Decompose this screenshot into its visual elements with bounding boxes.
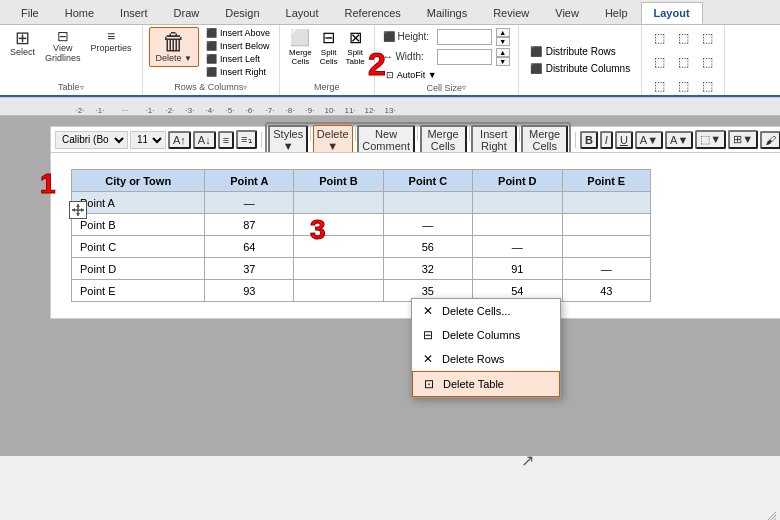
group-distribute: ⬛ Distribute Rows ⬛ Distribute Columns bbox=[519, 25, 642, 95]
tab-home[interactable]: Home bbox=[52, 2, 107, 24]
font-color-button[interactable]: A▼ bbox=[665, 131, 693, 149]
distribute-cols-button[interactable]: ⬛ Distribute Columns bbox=[527, 62, 633, 75]
distribute-cols-icon: ⬛ bbox=[530, 63, 542, 74]
ctx-delete-table[interactable]: ⊡ Delete Table bbox=[412, 371, 560, 397]
distribute-rows-label: Distribute Rows bbox=[546, 46, 616, 57]
properties-button[interactable]: ≡ Properties bbox=[87, 27, 136, 56]
group-alignment: ⬚ ⬚ ⬚ ⬚ ⬚ ⬚ ⬚ ⬚ ⬚ A TextDirection ⊡ bbox=[642, 25, 725, 95]
align-tr-button[interactable]: ⬚ bbox=[696, 27, 718, 49]
tab-layout-table[interactable]: Layout bbox=[641, 2, 703, 24]
svg-marker-5 bbox=[81, 208, 84, 212]
insert-right-icon: ⬛ bbox=[206, 67, 217, 77]
width-input[interactable] bbox=[437, 49, 492, 65]
paint-button[interactable]: 🖌 bbox=[760, 131, 780, 149]
tab-draw[interactable]: Draw bbox=[161, 2, 213, 24]
view-gridlines-button[interactable]: ⊟ ViewGridlines bbox=[41, 27, 85, 66]
table-group-expand[interactable]: ▿ bbox=[80, 83, 84, 92]
table-move-handle[interactable] bbox=[69, 201, 87, 219]
align-br-button[interactable]: ⬚ bbox=[696, 75, 718, 97]
delete-dropdown-button[interactable]: Delete ▼ bbox=[313, 125, 353, 155]
tab-references[interactable]: References bbox=[332, 2, 414, 24]
ctx-delete-cells-label: Delete Cells... bbox=[442, 305, 510, 317]
cell-row1-city[interactable]: Point A bbox=[72, 192, 205, 214]
rows-cols-label: Rows & Columns ▿ bbox=[174, 80, 247, 93]
highlight-button[interactable]: A▼ bbox=[635, 131, 663, 149]
new-comment-button[interactable]: New Comment bbox=[357, 125, 415, 155]
align-mr-button[interactable]: ⬚ bbox=[696, 51, 718, 73]
align-tc-button[interactable]: ⬚ bbox=[672, 27, 694, 49]
rows-cols-expand[interactable]: ▿ bbox=[243, 83, 247, 92]
underline-button[interactable]: U bbox=[615, 131, 633, 149]
separator4 bbox=[417, 125, 418, 141]
font-size-selector[interactable]: 11 bbox=[130, 131, 166, 149]
tab-view[interactable]: View bbox=[542, 2, 592, 24]
tab-file[interactable]: File bbox=[8, 2, 52, 24]
ctx-delete-columns-label: Delete Columns bbox=[442, 329, 520, 341]
insert-right-button[interactable]: ⬛ Insert Right bbox=[203, 66, 273, 78]
insert-above-button[interactable]: ⬛ Insert Above bbox=[203, 27, 273, 39]
shading-button[interactable]: ⬚▼ bbox=[695, 130, 726, 149]
separator6 bbox=[519, 125, 520, 141]
select-label: Select bbox=[10, 48, 35, 58]
col-header-a: Point A bbox=[205, 170, 294, 192]
merge-cells-button[interactable]: ⬜ MergeCells bbox=[286, 27, 315, 67]
align-bl-button[interactable]: ⬚ bbox=[648, 75, 670, 97]
ctx-delete-rows[interactable]: ✕ Delete Rows bbox=[412, 347, 560, 371]
height-input[interactable] bbox=[437, 29, 492, 45]
insert-right-btn2[interactable]: Insert Right bbox=[471, 125, 516, 155]
insert-left-button[interactable]: ⬛ Insert Left bbox=[203, 53, 273, 65]
cell-row1-b bbox=[294, 192, 383, 214]
split-table-label: SplitTable bbox=[346, 48, 365, 66]
cell-size-expand[interactable]: ▿ bbox=[462, 83, 466, 92]
insert-left-label: Insert Left bbox=[220, 54, 260, 64]
list-button[interactable]: ≡ bbox=[218, 131, 234, 149]
italic-button[interactable]: I bbox=[600, 131, 613, 149]
cell-size-label: Cell Size ▿ bbox=[383, 81, 510, 94]
ruler-mark: ·5· bbox=[220, 106, 240, 115]
grow-font-button[interactable]: A↑ bbox=[168, 131, 191, 149]
numbered-list-button[interactable]: ≡₁ bbox=[236, 130, 256, 149]
cell-row4-a: 37 bbox=[205, 258, 294, 280]
align-ml-button[interactable]: ⬚ bbox=[648, 51, 670, 73]
split-cells-icon: ⊟ bbox=[322, 28, 335, 47]
gridlines-icon: ⊟ bbox=[57, 29, 69, 43]
font-selector[interactable]: Calibri (Bo bbox=[55, 131, 128, 149]
group-cell-size: ⬛ Height: ▲▼ ↔ Width: ▲▼ ⊡ AutoFit ▼ Cel… bbox=[375, 25, 519, 95]
ruler-marks: ·2· ·1· ··· ·1· ·2· ·3· ·4· ·5· ·6· ·7· … bbox=[70, 98, 400, 115]
tab-design[interactable]: Design bbox=[212, 2, 272, 24]
height-spinner[interactable]: ▲▼ bbox=[496, 28, 510, 46]
select-button[interactable]: ⊞ Select bbox=[6, 27, 39, 60]
split-table-button[interactable]: ⊠ SplitTable bbox=[343, 27, 368, 67]
distribute-rows-button[interactable]: ⬛ Distribute Rows bbox=[527, 45, 633, 58]
insert-below-button[interactable]: ⬛ Insert Below bbox=[203, 40, 273, 52]
align-bc-button[interactable]: ⬚ bbox=[672, 75, 694, 97]
delete-button[interactable]: 🗑 Delete ▼ bbox=[149, 27, 199, 67]
cell-row2-c: — bbox=[383, 214, 472, 236]
width-label: ↔ Width: bbox=[383, 51, 433, 62]
bold-button[interactable]: B bbox=[580, 131, 598, 149]
shrink-font-button[interactable]: A↓ bbox=[193, 131, 216, 149]
content-area: 1 2 3 Calibri (Bo 11 A↑ A↓ ≡ ≡₁ Styles ▼… bbox=[0, 116, 780, 456]
cell-row1-e bbox=[562, 192, 650, 214]
align-tl-button[interactable]: ⬚ bbox=[648, 27, 670, 49]
borders-button[interactable]: ⊞▼ bbox=[728, 130, 758, 149]
resize-handle[interactable] bbox=[766, 506, 778, 518]
split-cells-button[interactable]: ⊟ SplitCells bbox=[317, 27, 341, 67]
ruler-mark: 12· bbox=[360, 106, 380, 115]
resize-icon bbox=[766, 510, 776, 520]
width-spinner[interactable]: ▲▼ bbox=[496, 48, 510, 66]
tab-layout[interactable]: Layout bbox=[273, 2, 332, 24]
ctx-delete-columns[interactable]: ⊟ Delete Columns bbox=[412, 323, 560, 347]
tab-help[interactable]: Help bbox=[592, 2, 641, 24]
autofit-button[interactable]: ⊡ AutoFit ▼ bbox=[383, 69, 510, 81]
styles-button[interactable]: Styles ▼ bbox=[268, 125, 308, 155]
tab-review[interactable]: Review bbox=[480, 2, 542, 24]
merge-label: Merge bbox=[314, 80, 340, 93]
ctx-delete-cells[interactable]: ✕ Delete Cells... bbox=[412, 299, 560, 323]
ruler-mark: 13· bbox=[380, 106, 400, 115]
tab-mailings[interactable]: Mailings bbox=[414, 2, 480, 24]
align-mc-button[interactable]: ⬚ bbox=[672, 51, 694, 73]
tab-insert[interactable]: Insert bbox=[107, 2, 161, 24]
merge-cells-btn2[interactable]: Merge Cells bbox=[420, 125, 467, 155]
merge-cells-btn3[interactable]: Merge Cells bbox=[521, 125, 568, 155]
